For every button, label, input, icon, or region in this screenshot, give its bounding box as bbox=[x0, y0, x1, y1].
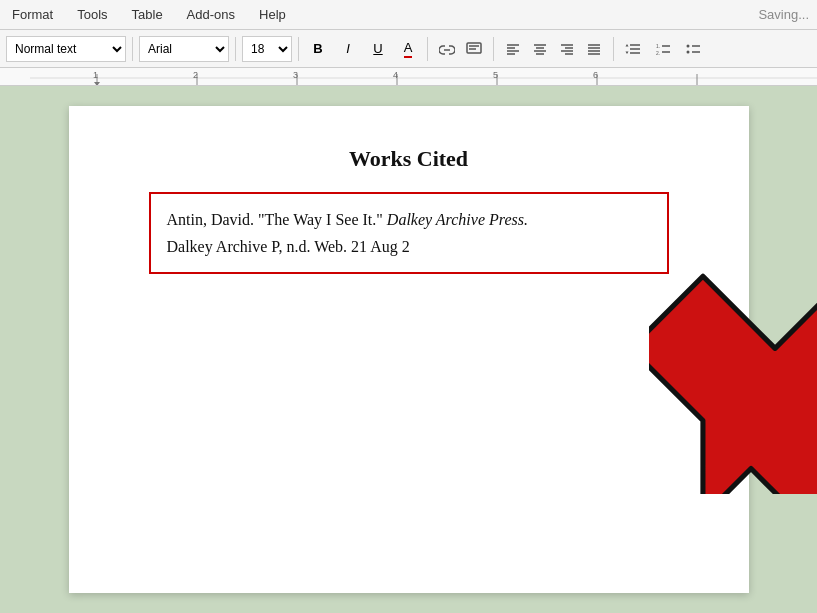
justify-icon bbox=[587, 43, 601, 55]
menu-help[interactable]: Help bbox=[255, 5, 290, 24]
svg-text:1: 1 bbox=[93, 70, 98, 80]
font-color-a: A bbox=[404, 40, 413, 58]
toolbar: Normal text Arial 18 B I U A bbox=[0, 30, 817, 68]
citation-line-1: Antin, David. "The Way I See It." Dalkey… bbox=[167, 206, 651, 233]
sep6 bbox=[613, 37, 614, 61]
svg-text:2: 2 bbox=[193, 70, 198, 80]
red-arrow bbox=[649, 214, 818, 494]
menu-format[interactable]: Format bbox=[8, 5, 57, 24]
sep2 bbox=[235, 37, 236, 61]
comment-button[interactable] bbox=[461, 36, 487, 62]
bullet-list-icon bbox=[685, 42, 701, 56]
svg-rect-0 bbox=[467, 43, 481, 53]
paragraph-style-select[interactable]: Normal text bbox=[6, 36, 126, 62]
citation-box: Antin, David. "The Way I See It." Dalkey… bbox=[149, 192, 669, 274]
svg-rect-30 bbox=[0, 68, 817, 86]
align-left-button[interactable] bbox=[500, 36, 526, 62]
page: Works Cited Antin, David. "The Way I See… bbox=[69, 106, 749, 593]
svg-text:6: 6 bbox=[593, 70, 598, 80]
sep5 bbox=[493, 37, 494, 61]
menu-table[interactable]: Table bbox=[128, 5, 167, 24]
align-center-button[interactable] bbox=[527, 36, 553, 62]
underline-button[interactable]: U bbox=[365, 36, 391, 62]
sep1 bbox=[132, 37, 133, 61]
citation-line-2: Dalkey Archive P, n.d. Web. 21 Aug 2 bbox=[167, 233, 651, 260]
link-group bbox=[434, 36, 487, 62]
align-right-button[interactable] bbox=[554, 36, 580, 62]
align-left-icon bbox=[506, 43, 520, 55]
sep4 bbox=[427, 37, 428, 61]
saving-status: Saving... bbox=[758, 7, 809, 22]
justify-button[interactable] bbox=[581, 36, 607, 62]
link-icon bbox=[439, 43, 455, 55]
line-spacing-icon bbox=[625, 42, 641, 56]
menu-addons[interactable]: Add-ons bbox=[183, 5, 239, 24]
numbered-list-icon: 1. 2. bbox=[655, 42, 671, 56]
menu-bar: Format Tools Table Add-ons Help Saving..… bbox=[0, 0, 817, 30]
italic-button[interactable]: I bbox=[335, 36, 361, 62]
svg-text:3: 3 bbox=[293, 70, 298, 80]
svg-marker-46 bbox=[649, 214, 818, 494]
page-title: Works Cited bbox=[129, 146, 689, 172]
svg-text:2.: 2. bbox=[656, 50, 660, 56]
ruler-svg: 1 2 3 4 5 6 bbox=[0, 68, 817, 86]
font-size-select[interactable]: 18 bbox=[242, 36, 292, 62]
comment-icon bbox=[466, 42, 482, 56]
svg-point-26 bbox=[687, 44, 690, 47]
ruler: 1 2 3 4 5 6 bbox=[0, 68, 817, 86]
align-group bbox=[500, 36, 607, 62]
svg-text:5: 5 bbox=[493, 70, 498, 80]
bold-button[interactable]: B bbox=[305, 36, 331, 62]
citation-italic-text: Dalkey Archive Press. bbox=[387, 211, 528, 228]
align-right-icon bbox=[560, 43, 574, 55]
numbered-list-button[interactable]: 1. 2. bbox=[650, 36, 676, 62]
font-select[interactable]: Arial bbox=[139, 36, 229, 62]
citation-normal-text: Antin, David. "The Way I See It." bbox=[167, 211, 387, 228]
font-color-button[interactable]: A bbox=[395, 36, 421, 62]
link-button[interactable] bbox=[434, 36, 460, 62]
line-spacing-button[interactable] bbox=[620, 36, 646, 62]
sep3 bbox=[298, 37, 299, 61]
bullet-list-button[interactable] bbox=[680, 36, 706, 62]
svg-text:1.: 1. bbox=[656, 43, 660, 49]
menu-tools[interactable]: Tools bbox=[73, 5, 111, 24]
svg-point-27 bbox=[687, 50, 690, 53]
align-center-icon bbox=[533, 43, 547, 55]
document-area: Works Cited Antin, David. "The Way I See… bbox=[0, 86, 817, 613]
svg-text:4: 4 bbox=[393, 70, 398, 80]
